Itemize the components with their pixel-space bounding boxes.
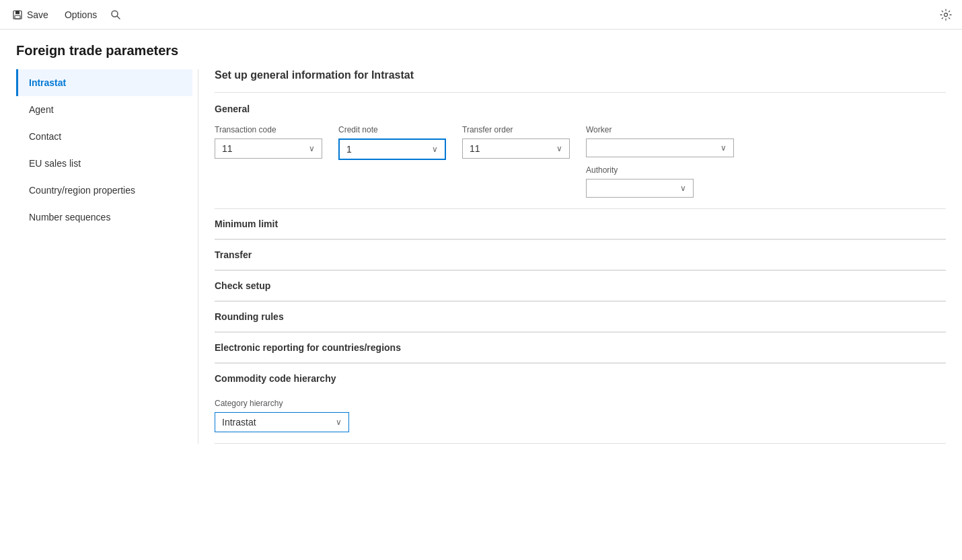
content-area: Intrastat Agent Contact EU sales list Co… (16, 69, 946, 444)
main-content: Set up general information for Intrastat… (198, 69, 946, 444)
chevron-down-icon: ∨ (336, 417, 342, 427)
chevron-down-icon: ∨ (556, 144, 562, 153)
commodity-code-title: Commodity code hierarchy (215, 373, 336, 384)
check-setup-section: Check setup (215, 270, 946, 301)
sidebar-item-label: Number sequences (29, 212, 110, 223)
main-heading: Set up general information for Intrastat (215, 69, 946, 81)
svg-point-5 (945, 13, 948, 16)
sidebar-item-label: EU sales list (29, 158, 81, 169)
chevron-down-icon: ∨ (432, 145, 438, 154)
general-section: General Transaction code 11 ∨ Credit not… (215, 92, 946, 208)
transfer-order-value: 11 (470, 143, 551, 154)
sidebar-item-agent[interactable]: Agent (16, 96, 192, 123)
sidebar: Intrastat Agent Contact EU sales list Co… (16, 69, 198, 444)
settings-button[interactable] (935, 4, 957, 26)
sidebar-item-label: Intrastat (29, 77, 66, 88)
authority-group: Authority ∨ (586, 165, 734, 198)
options-button[interactable]: Options (58, 5, 104, 24)
svg-rect-1 (15, 11, 20, 14)
credit-note-label: Credit note (338, 125, 446, 134)
commodity-code-header[interactable]: Commodity code hierarchy (215, 363, 946, 393)
transfer-section: Transfer (215, 239, 946, 270)
transaction-code-select[interactable]: 11 ∨ (215, 138, 322, 159)
check-setup-header[interactable]: Check setup (215, 270, 946, 301)
transfer-title: Transfer (215, 249, 252, 260)
worker-label: Worker (586, 125, 734, 134)
credit-note-value: 1 (346, 144, 427, 155)
svg-rect-2 (15, 15, 20, 19)
general-section-title: General (215, 104, 946, 114)
sidebar-item-label: Agent (29, 104, 54, 115)
minimum-limit-header[interactable]: Minimum limit (215, 208, 946, 239)
electronic-reporting-header[interactable]: Electronic reporting for countries/regio… (215, 332, 946, 362)
sidebar-item-intrastat[interactable]: Intrastat (16, 69, 192, 96)
electronic-reporting-section: Electronic reporting for countries/regio… (215, 332, 946, 363)
sidebar-item-contact[interactable]: Contact (16, 123, 192, 150)
category-hierarchy-group: Category hierarchy Intrastat ∨ (215, 393, 946, 443)
category-hierarchy-label: Category hierarchy (215, 399, 946, 408)
chevron-down-icon: ∨ (680, 184, 686, 193)
transaction-code-label: Transaction code (215, 125, 322, 134)
worker-group: Worker ∨ (586, 125, 734, 157)
sidebar-item-number-sequences[interactable]: Number sequences (16, 204, 192, 231)
save-label: Save (27, 9, 48, 20)
transfer-header[interactable]: Transfer (215, 239, 946, 270)
transfer-order-group: Transfer order 11 ∨ (462, 125, 570, 159)
transaction-code-group: Transaction code 11 ∨ (215, 125, 322, 159)
toolbar: Save Options (0, 0, 962, 30)
rounding-rules-header[interactable]: Rounding rules (215, 301, 946, 331)
category-hierarchy-value: Intrastat (222, 417, 330, 428)
chevron-down-icon: ∨ (720, 143, 727, 153)
authority-select[interactable]: ∨ (586, 179, 694, 198)
search-button[interactable] (106, 5, 125, 24)
sidebar-item-country-region[interactable]: Country/region properties (16, 177, 192, 204)
save-icon (12, 9, 23, 20)
credit-note-group: Credit note 1 ∨ (338, 125, 446, 160)
page: Foreign trade parameters Intrastat Agent… (0, 30, 962, 444)
minimum-limit-section: Minimum limit (215, 208, 946, 239)
transfer-order-label: Transfer order (462, 125, 570, 134)
search-icon (110, 9, 121, 20)
page-title: Foreign trade parameters (16, 43, 946, 58)
sidebar-item-label: Country/region properties (29, 185, 135, 196)
rounding-rules-section: Rounding rules (215, 301, 946, 332)
credit-note-select[interactable]: 1 ∨ (338, 138, 446, 160)
commodity-code-section: Commodity code hierarchy Category hierar… (215, 363, 946, 444)
chevron-down-icon: ∨ (309, 144, 315, 153)
general-fields-row: Transaction code 11 ∨ Credit note 1 ∨ (215, 125, 946, 198)
minimum-limit-title: Minimum limit (215, 218, 278, 229)
rounding-rules-title: Rounding rules (215, 311, 284, 322)
svg-line-4 (117, 16, 120, 19)
transaction-code-value: 11 (222, 143, 303, 154)
electronic-reporting-title: Electronic reporting for countries/regio… (215, 342, 401, 353)
options-label: Options (65, 9, 97, 20)
gear-icon (940, 9, 952, 21)
save-button[interactable]: Save (5, 5, 55, 24)
authority-label: Authority (586, 165, 734, 175)
category-hierarchy-field: Category hierarchy Intrastat ∨ (215, 399, 946, 432)
worker-select[interactable]: ∨ (586, 138, 734, 157)
sidebar-item-label: Contact (29, 131, 61, 142)
worker-authority-col: Worker ∨ Authority ∨ (586, 125, 734, 198)
category-hierarchy-select[interactable]: Intrastat ∨ (215, 412, 349, 432)
check-setup-title: Check setup (215, 280, 270, 291)
transfer-order-select[interactable]: 11 ∨ (462, 138, 570, 159)
sidebar-item-eu-sales-list[interactable]: EU sales list (16, 150, 192, 177)
